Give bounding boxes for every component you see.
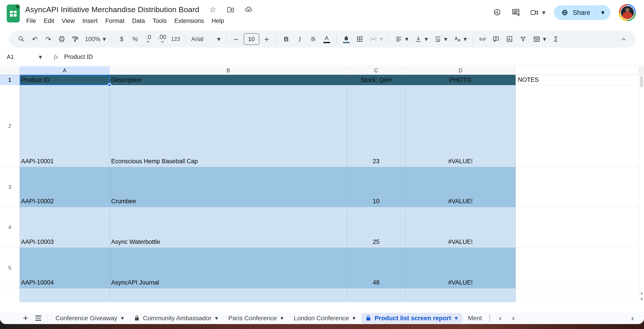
functions-button[interactable]: Σ bbox=[550, 33, 562, 45]
sheet-tab-london-conference[interactable]: London Conference▼ bbox=[289, 313, 360, 324]
move-to-folder-icon[interactable] bbox=[226, 5, 235, 14]
sheet-tab-conference-giveaway[interactable]: Conference Giveaway▼ bbox=[51, 313, 128, 324]
account-avatar[interactable] bbox=[619, 4, 636, 21]
cell-photo-row3[interactable]: #VALUE! bbox=[406, 167, 516, 207]
italic-button[interactable]: I bbox=[294, 33, 306, 45]
cell-E1-notes[interactable]: NOTES bbox=[516, 75, 638, 85]
cell-photo-row5[interactable]: #VALUE! bbox=[406, 248, 516, 288]
meet-presentation-control[interactable]: ▼ bbox=[530, 8, 546, 18]
select-all-corner[interactable] bbox=[0, 66, 20, 75]
cell-stock-row2[interactable]: 23 bbox=[347, 85, 406, 167]
undo-button[interactable]: ↶ bbox=[29, 33, 41, 45]
font-size-input[interactable]: 10 bbox=[244, 33, 259, 45]
row-header-4[interactable]: 4 bbox=[0, 207, 20, 248]
menu-data[interactable]: Data bbox=[128, 16, 149, 26]
decrease-font-size-button[interactable]: − bbox=[230, 33, 242, 45]
insert-comment-button[interactable] bbox=[490, 33, 502, 45]
decrease-decimal-button[interactable]: .0← bbox=[142, 33, 155, 45]
menu-view[interactable]: View bbox=[58, 16, 78, 26]
cell-notes-row2[interactable] bbox=[516, 85, 638, 167]
menu-help[interactable]: Help bbox=[208, 16, 228, 26]
sheet-tab-paris-conference[interactable]: Paris Conference▼ bbox=[224, 313, 288, 324]
format-currency-button[interactable]: $ bbox=[116, 33, 128, 45]
search-menus-button[interactable] bbox=[15, 33, 28, 45]
print-button[interactable] bbox=[56, 33, 68, 45]
share-button[interactable]: Share ▼ bbox=[554, 5, 610, 20]
tab-scroll-right-icon[interactable]: › bbox=[512, 314, 515, 323]
sheet-tab-product-list-screen-report[interactable]: Product list screen report▼ bbox=[361, 313, 462, 324]
row-header-3[interactable]: 3 bbox=[0, 167, 20, 207]
sheet-tab-menu-caret[interactable]: ▼ bbox=[352, 316, 356, 320]
cell-C1-stock[interactable]: Stock: QoH bbox=[347, 75, 406, 85]
cell-D1-photo[interactable]: PHOTO bbox=[406, 75, 516, 85]
font-select[interactable]: Arial ▼ bbox=[189, 33, 223, 45]
row-header-6[interactable] bbox=[0, 288, 20, 302]
borders-button[interactable] bbox=[354, 33, 366, 45]
add-sheet-button[interactable]: + bbox=[19, 313, 32, 324]
increase-font-size-button[interactable]: + bbox=[261, 33, 273, 45]
hide-toolbar-button[interactable] bbox=[618, 33, 630, 45]
insert-chart-button[interactable] bbox=[504, 33, 516, 45]
cell-stock-row5[interactable]: 48 bbox=[347, 248, 406, 288]
cell-notes-row4[interactable] bbox=[516, 207, 638, 248]
star-icon[interactable]: ☆ bbox=[208, 5, 217, 14]
cell-stock-row4[interactable]: 25 bbox=[347, 207, 406, 248]
scroll-down-button[interactable]: ▼ bbox=[639, 296, 644, 302]
insert-link-button[interactable] bbox=[476, 33, 488, 45]
text-color-button[interactable]: A bbox=[321, 33, 333, 45]
vertical-scrollbar[interactable]: ▲ ▼ bbox=[639, 75, 644, 302]
create-filter-button[interactable] bbox=[517, 33, 529, 45]
sheet-tab-menu-caret[interactable]: ▼ bbox=[455, 316, 458, 320]
cell-product_id-row5[interactable]: AAPI-10004 bbox=[20, 248, 110, 288]
cloud-saved-icon[interactable] bbox=[244, 5, 253, 14]
name-box-caret[interactable]: ▼ bbox=[38, 54, 42, 60]
cell-description-row2[interactable]: Econscious Hemp Baseball Cap bbox=[110, 85, 347, 167]
vertical-scrollbar-thumb[interactable] bbox=[640, 76, 643, 87]
number-format-button[interactable]: 123 bbox=[170, 33, 182, 45]
format-percent-button[interactable]: % bbox=[129, 33, 141, 45]
horizontal-align-button[interactable]: ▼ bbox=[392, 33, 411, 45]
cell-product_id-row2[interactable]: AAPI-10001 bbox=[20, 85, 110, 167]
menu-tools[interactable]: Tools bbox=[149, 16, 170, 26]
menu-edit[interactable]: Edit bbox=[40, 16, 58, 26]
bold-button[interactable]: B bbox=[280, 33, 292, 45]
cell-description-row3[interactable]: Crumbee bbox=[110, 167, 347, 207]
menu-extensions[interactable]: Extensions bbox=[170, 16, 208, 26]
vertical-align-button[interactable]: ▼ bbox=[412, 33, 430, 45]
sheet-tab-ment[interactable]: Ment bbox=[464, 313, 486, 324]
name-box[interactable]: A1 ▼ bbox=[0, 54, 46, 60]
row-header-1[interactable]: 1 bbox=[0, 75, 20, 85]
cell-description-row4[interactable]: Async Waterbottle bbox=[110, 207, 347, 248]
sheet-tab-menu-caret[interactable]: ▼ bbox=[121, 316, 124, 320]
column-header-B[interactable]: B bbox=[110, 66, 347, 75]
paint-format-button[interactable] bbox=[69, 33, 81, 45]
formula-input[interactable]: Product ID bbox=[64, 54, 93, 60]
fill-handle[interactable] bbox=[108, 83, 112, 87]
sheet-tab-community-ambassador[interactable]: Community Ambassador▼ bbox=[130, 313, 222, 324]
redo-button[interactable]: ↷ bbox=[42, 33, 54, 45]
selected-cell-outline[interactable] bbox=[20, 75, 110, 85]
column-header-C[interactable]: C bbox=[347, 66, 406, 75]
increase-decimal-button[interactable]: .00→ bbox=[156, 33, 168, 45]
cell-product_id-row4[interactable]: AAPI-10003 bbox=[20, 207, 110, 248]
cell-B1-description[interactable]: Description bbox=[110, 75, 347, 85]
cell-stock-row3[interactable]: 10 bbox=[347, 167, 406, 207]
column-header-D[interactable]: D bbox=[406, 66, 516, 75]
cell-photo-row2[interactable]: #VALUE! bbox=[406, 85, 516, 167]
scroll-up-button[interactable]: ▲ bbox=[639, 290, 644, 296]
menu-insert[interactable]: Insert bbox=[78, 16, 102, 26]
version-history-icon[interactable] bbox=[492, 8, 502, 18]
meet-dropdown-caret[interactable]: ▼ bbox=[542, 10, 546, 15]
strikethrough-button[interactable]: S bbox=[307, 33, 319, 45]
table-views-button[interactable]: ▼ bbox=[530, 33, 548, 45]
side-panel-toggle-icon[interactable]: ‹ bbox=[631, 314, 634, 323]
fill-color-button[interactable] bbox=[340, 33, 352, 45]
cell-notes-row3[interactable] bbox=[516, 167, 638, 207]
all-sheets-button[interactable] bbox=[32, 313, 44, 324]
sheets-logo-icon[interactable] bbox=[7, 4, 20, 22]
share-dropdown-caret[interactable]: ▼ bbox=[601, 10, 604, 15]
menu-format[interactable]: Format bbox=[102, 16, 128, 26]
menu-file[interactable]: File bbox=[22, 16, 40, 26]
cell-product_id-row3[interactable]: AAPI-10002 bbox=[20, 167, 110, 207]
text-rotation-button[interactable]: ▼ bbox=[451, 33, 469, 45]
